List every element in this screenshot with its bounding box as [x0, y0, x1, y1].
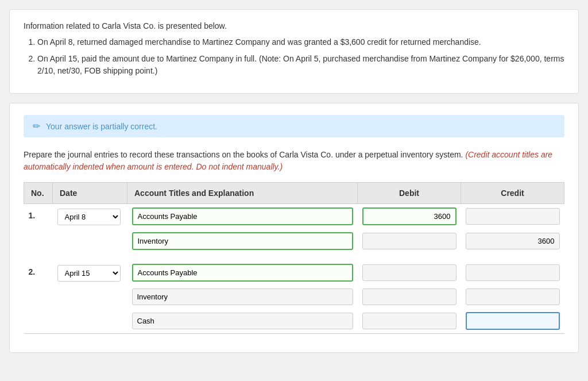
credit-cell-1b[interactable] — [461, 229, 564, 253]
credit-input-2c[interactable] — [466, 312, 560, 330]
bottom-spacer — [24, 334, 564, 341]
credit-cell-1a[interactable] — [461, 204, 564, 229]
account-input-2b[interactable] — [132, 288, 353, 305]
account-cell-2a[interactable] — [127, 260, 358, 285]
debit-cell-1b[interactable] — [358, 229, 461, 253]
debit-input-2b[interactable] — [362, 288, 457, 305]
col-account: Account Titles and Explanation — [127, 183, 358, 204]
partial-correct-banner: ✏ Your answer is partially correct. — [24, 115, 564, 137]
answer-card: ✏ Your answer is partially correct. Prep… — [9, 103, 579, 353]
credit-cell-2a[interactable] — [461, 260, 564, 285]
account-input-1b[interactable] — [132, 232, 353, 250]
date-cell-1[interactable]: April 8 — [53, 204, 127, 229]
instructions-main: Prepare the journal entries to record th… — [24, 150, 463, 159]
pencil-icon: ✏ — [33, 121, 40, 132]
credit-input-1b[interactable] — [466, 233, 560, 249]
credit-cell-2b[interactable] — [461, 285, 564, 309]
credit-input-2a[interactable] — [466, 264, 560, 281]
instructions: Prepare the journal entries to record th… — [24, 149, 564, 173]
banner-text: Your answer is partially correct. — [46, 122, 157, 131]
debit-input-1b[interactable] — [362, 233, 457, 249]
debit-input-1a[interactable] — [362, 207, 457, 225]
col-date: Date — [53, 183, 127, 204]
date-select-1[interactable]: April 8 — [57, 209, 121, 225]
col-no: No. — [24, 183, 53, 204]
debit-input-2a[interactable] — [362, 264, 457, 281]
debit-cell-1a[interactable] — [358, 204, 461, 229]
journal-table: No. Date Account Titles and Explanation … — [24, 182, 564, 341]
account-cell-2c[interactable] — [127, 309, 358, 334]
date-cell-2b — [53, 285, 127, 309]
account-input-2c[interactable] — [132, 313, 353, 329]
info-card: Information related to Carla Vista Co. i… — [9, 9, 579, 94]
table-row: 2. April 15 — [24, 260, 564, 285]
credit-input-1a[interactable] — [466, 208, 560, 225]
info-item-2: On April 15, paid the amount due to Mart… — [37, 53, 564, 77]
credit-cell-2c[interactable] — [461, 309, 564, 334]
debit-input-2c[interactable] — [362, 313, 457, 329]
entry-no-1b — [24, 229, 53, 253]
account-cell-1a[interactable] — [127, 204, 358, 229]
account-cell-2b[interactable] — [127, 285, 358, 309]
info-item-1: On April 8, returned damaged merchandise… — [37, 36, 564, 48]
table-row — [24, 285, 564, 309]
table-row — [24, 229, 564, 253]
account-input-2a[interactable] — [132, 264, 353, 282]
date-select-2[interactable]: April 15 — [57, 265, 121, 282]
date-cell-1b — [53, 229, 127, 253]
debit-cell-2c[interactable] — [358, 309, 461, 334]
entry-no-2b — [24, 285, 53, 309]
entry-no-2: 2. — [24, 260, 53, 285]
table-row — [24, 309, 564, 334]
col-debit: Debit — [358, 183, 461, 204]
debit-cell-2b[interactable] — [358, 285, 461, 309]
date-cell-2c — [53, 309, 127, 334]
date-cell-2[interactable]: April 15 — [53, 260, 127, 285]
entry-no-2c — [24, 309, 53, 334]
spacer-row — [24, 253, 564, 260]
debit-cell-2a[interactable] — [358, 260, 461, 285]
account-cell-1b[interactable] — [127, 229, 358, 253]
table-row: 1. April 8 — [24, 204, 564, 229]
entry-no-1: 1. — [24, 204, 53, 229]
account-input-1a[interactable] — [132, 207, 353, 225]
credit-input-2b[interactable] — [466, 288, 560, 305]
col-credit: Credit — [461, 183, 564, 204]
info-intro: Information related to Carla Vista Co. i… — [24, 21, 564, 30]
